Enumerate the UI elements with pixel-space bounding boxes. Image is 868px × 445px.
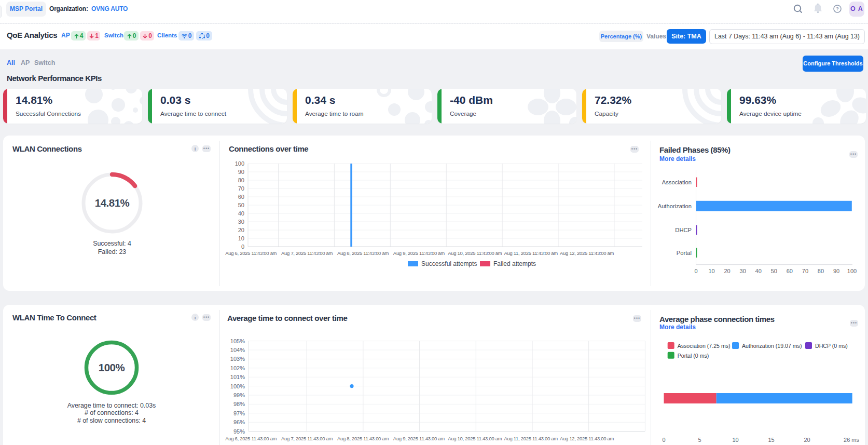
svg-text:Failed attempts: Failed attempts [493,260,536,267]
svg-text:?: ? [836,6,839,11]
svg-text:Association: Association [662,179,692,185]
svg-text:Aug 7, 2025 11:43:00 am: Aug 7, 2025 11:43:00 am [281,436,333,441]
svg-text:90: 90 [833,268,839,274]
svg-text:20: 20 [804,437,810,443]
svg-text:30: 30 [740,268,746,274]
svg-text:100: 100 [847,268,857,274]
svg-text:Aug 8, 2025 11:43:00 am: Aug 8, 2025 11:43:00 am [337,436,389,441]
svg-text:14.81%: 14.81% [95,197,130,209]
svg-text:Association (7.25 ms): Association (7.25 ms) [678,343,731,349]
svg-text:DHCP (0 ms): DHCP (0 ms) [815,343,848,349]
svg-text:Aug 10, 2025 11:43:00 am: Aug 10, 2025 11:43:00 am [448,436,502,441]
svg-text:50: 50 [238,202,244,208]
svg-text:0: 0 [241,244,244,250]
svg-text:5: 5 [698,437,701,443]
svg-text:10: 10 [708,268,714,274]
svg-text:DHCP: DHCP [675,227,692,233]
svg-text:80: 80 [238,177,244,183]
svg-text:Authorization (19.07 ms): Authorization (19.07 ms) [742,343,802,349]
svg-text:101%: 101% [230,374,245,380]
svg-text:102%: 102% [230,365,245,371]
svg-text:Aug 12, 2025 11:43:00 am: Aug 12, 2025 11:43:00 am [560,436,614,441]
svg-text:Aug 9, 2025 11:43:00 am: Aug 9, 2025 11:43:00 am [393,250,445,256]
svg-text:10: 10 [732,437,738,443]
svg-text:Successful attempts: Successful attempts [421,260,477,267]
svg-text:105%: 105% [230,338,245,344]
svg-text:15: 15 [768,437,774,443]
svg-text:Aug 10, 2025 11:43:00 am: Aug 10, 2025 11:43:00 am [448,250,502,256]
svg-text:95%: 95% [233,428,245,435]
svg-text:20: 20 [238,227,244,233]
svg-text:100%: 100% [230,383,245,389]
svg-text:96%: 96% [233,419,245,425]
svg-text:70: 70 [238,185,244,192]
svg-text:Aug 11, 2025 11:43:00 am: Aug 11, 2025 11:43:00 am [504,250,558,256]
svg-text:Aug 7, 2025 11:43:00 am: Aug 7, 2025 11:43:00 am [281,250,333,256]
svg-text:Aug 9, 2025 11:43:00 am: Aug 9, 2025 11:43:00 am [393,436,445,441]
svg-text:Aug 6, 2025 11:43:00 am: Aug 6, 2025 11:43:00 am [225,436,277,441]
svg-text:98%: 98% [233,401,245,407]
svg-text:40: 40 [238,210,244,217]
svg-text:Aug 8, 2025 11:43:00 am: Aug 8, 2025 11:43:00 am [337,250,389,256]
svg-text:97%: 97% [233,410,245,416]
svg-text:103%: 103% [230,356,245,362]
svg-text:70: 70 [802,268,808,274]
svg-text:100%: 100% [99,361,125,373]
svg-text:20: 20 [724,268,730,274]
svg-text:Authorization: Authorization [658,203,692,209]
svg-text:60: 60 [238,194,244,200]
svg-text:99%: 99% [233,392,245,398]
svg-text:26 ms: 26 ms [844,437,859,443]
svg-text:Aug 12, 2025 11:43:00 am: Aug 12, 2025 11:43:00 am [560,250,614,256]
svg-text:0: 0 [662,437,665,443]
svg-text:Portal (0 ms): Portal (0 ms) [678,353,709,359]
svg-text:Portal: Portal [677,250,692,256]
svg-text:50: 50 [771,268,777,274]
svg-text:Aug 11, 2025 11:43:00 am: Aug 11, 2025 11:43:00 am [504,436,558,441]
svg-text:90: 90 [238,169,244,175]
svg-text:80: 80 [818,268,824,274]
svg-text:Aug 6, 2025 11:43:00 am: Aug 6, 2025 11:43:00 am [225,250,277,256]
svg-text:104%: 104% [230,347,245,353]
svg-text:40: 40 [755,268,762,274]
svg-text:100: 100 [235,160,244,167]
svg-text:30: 30 [238,219,244,225]
svg-text:10: 10 [238,235,244,241]
svg-text:60: 60 [787,268,793,274]
svg-text:0: 0 [694,268,697,274]
